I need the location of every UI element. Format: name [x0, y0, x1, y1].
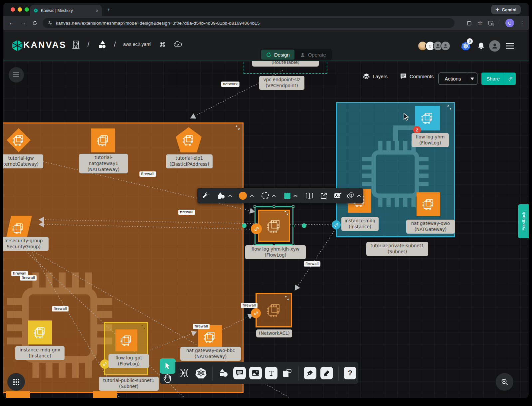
site-info-icon[interactable]: [47, 20, 53, 26]
node-elastic-ip[interactable]: [176, 127, 202, 152]
tool-freehand-draw[interactable]: [318, 367, 335, 379]
node-label-nat-gateway-qwo-bbc[interactable]: nat gateway-qwo-bbc(NATGateway): [180, 347, 241, 361]
collapse-icon[interactable]: [285, 296, 289, 300]
selection-handle[interactable]: [254, 205, 256, 208]
tab-close-icon[interactable]: ×: [96, 8, 98, 13]
tool-kubernetes[interactable]: [193, 367, 209, 379]
save-icon[interactable]: [466, 20, 472, 26]
environment-k8s-button[interactable]: 0: [461, 41, 471, 51]
node-label-flow-log-yhm[interactable]: flow log-yhm(FlowLog): [412, 133, 449, 147]
selection-handle[interactable]: [292, 225, 294, 227]
node-label-eip1[interactable]: tutorial-eip1(ElasticIPAddress): [166, 154, 213, 168]
connection-dot[interactable]: [242, 223, 247, 228]
grid-apps-button[interactable]: [7, 373, 25, 391]
new-tab-button[interactable]: +: [107, 7, 110, 13]
node-label-network-acl[interactable]: (NetworkACL): [256, 329, 292, 337]
open-in-new-button[interactable]: [317, 192, 331, 199]
node-flow-log-gpt[interactable]: [115, 329, 137, 351]
add-image-button[interactable]: [331, 192, 345, 199]
organization-icon[interactable]: [72, 39, 80, 49]
fill-color-button[interactable]: [235, 192, 258, 200]
tab-design[interactable]: Design: [261, 50, 294, 60]
canvas-menu-button[interactable]: [9, 67, 24, 83]
node-label-natgateway1[interactable]: tutorial-natgateway1(NATGateway): [79, 154, 128, 173]
link-badge[interactable]: [100, 359, 109, 369]
link-badge[interactable]: [332, 220, 341, 229]
node-label-nat-gateway-qwo[interactable]: nat gateway-qwo(NATGateway): [406, 220, 455, 234]
node-label-igw[interactable]: tutorial-igwternetGateway): [3, 154, 43, 168]
node-internet-gateway[interactable]: [7, 128, 31, 152]
node-partial[interactable]: [93, 391, 117, 398]
kanvas-logo[interactable]: [11, 39, 23, 52]
tool-pan-hand[interactable]: [163, 373, 172, 383]
feedback-tab[interactable]: Feedback: [518, 204, 529, 238]
node-label-flow-log-gpt[interactable]: flow log-gpt(FlowLog): [108, 354, 149, 368]
browser-profile-avatar[interactable]: C: [505, 19, 514, 27]
node-label-private-subnet[interactable]: tutorial-private-subnet1(Subnet): [366, 242, 428, 256]
link-badge[interactable]: [251, 308, 261, 318]
tool-media[interactable]: [248, 367, 264, 379]
gemini-button[interactable]: ✦ Gemini: [491, 5, 521, 14]
layers-button[interactable]: Layers: [363, 73, 388, 80]
tools-wrench-button[interactable]: [197, 192, 214, 199]
actions-button[interactable]: Actions: [439, 73, 477, 85]
actions-dropdown-arrow[interactable]: [467, 78, 477, 80]
app-menu-icon[interactable]: [506, 43, 514, 49]
tool-edge-pen[interactable]: [302, 367, 318, 379]
window-close-button[interactable]: [11, 7, 15, 12]
command-icon[interactable]: [159, 41, 166, 48]
selection-handle[interactable]: [292, 205, 294, 208]
url-field[interactable]: kanvas.new/extension/meshmap?mode=design…: [43, 18, 454, 28]
node-label-instance-mdq[interactable]: instance-mdq(Instance): [341, 217, 379, 231]
browser-tab[interactable]: Kanvas | Meshery ×: [30, 5, 102, 16]
tool-select-cursor[interactable]: [160, 358, 176, 374]
tool-help[interactable]: ?: [342, 367, 358, 379]
window-minimize-button[interactable]: [18, 7, 22, 12]
share-link-icon[interactable]: [505, 76, 516, 81]
tool-text[interactable]: [264, 367, 279, 379]
collapse-icon[interactable]: [284, 211, 288, 215]
node-label-routetable[interactable]: (RouteTable): [252, 61, 319, 67]
node-nat-gateway-1[interactable]: [91, 128, 115, 152]
shapes-icon[interactable]: [97, 39, 107, 49]
reload-icon[interactable]: [32, 20, 38, 26]
rename-button[interactable]: [302, 193, 317, 199]
zoom-button[interactable]: [496, 373, 513, 391]
group-style-button[interactable]: [345, 192, 363, 199]
shape-fill-button[interactable]: [280, 193, 302, 199]
border-style-button[interactable]: [258, 192, 280, 199]
share-button[interactable]: Share: [481, 73, 516, 85]
user-avatar[interactable]: [489, 40, 500, 52]
cloud-sync-icon[interactable]: [173, 41, 183, 48]
node-partial[interactable]: [6, 391, 30, 398]
node-nat-gateway-qwo[interactable]: [417, 192, 440, 216]
notifications-bell-icon[interactable]: [477, 42, 485, 50]
bookmark-star-icon[interactable]: ☆: [477, 19, 483, 27]
reading-mode-icon[interactable]: [488, 20, 494, 26]
tab-operate[interactable]: Operate: [295, 50, 331, 60]
window-zoom-button[interactable]: [25, 7, 29, 12]
tool-shapes[interactable]: [216, 368, 232, 378]
design-canvas[interactable]: (RouteTable) vpc endpoint-slz(VPCEndpoin…: [3, 61, 529, 398]
browser-menu-icon[interactable]: ⋮: [519, 20, 525, 26]
node-instance-mdq-gnx[interactable]: [28, 320, 52, 344]
kanvas-wordmark[interactable]: KANVAS: [23, 40, 67, 50]
link-badge[interactable]: [251, 223, 262, 234]
collapse-icon[interactable]: [141, 325, 145, 329]
tool-comment[interactable]: [232, 367, 248, 379]
back-icon[interactable]: ←: [8, 20, 15, 26]
design-file-name[interactable]: aws ec2.yaml: [123, 42, 151, 47]
node-label-vpc-endpoint[interactable]: vpc endpoint-slz(VPCEndpoint): [259, 76, 304, 90]
tool-sticky-note[interactable]: [279, 369, 295, 377]
connection-dot[interactable]: [302, 223, 306, 228]
node-label-security-group[interactable]: al-security-groupSecurityGroup): [3, 237, 49, 251]
forward-icon[interactable]: →: [20, 20, 27, 26]
comments-button[interactable]: Comments: [400, 73, 434, 80]
collaborator-avatars[interactable]: [418, 41, 450, 51]
tool-components[interactable]: [175, 368, 193, 378]
collaborator-avatar[interactable]: [441, 41, 450, 51]
node-label-public-subnet[interactable]: tutorial-public-subnet1(Subnet): [99, 377, 159, 391]
shapes-menu-button[interactable]: [214, 192, 236, 200]
node-label-instance-mdq-gnx[interactable]: instance-mdq-gnx(Instance): [15, 346, 65, 360]
node-label-flow-log-selected[interactable]: flow log-yhm-kjh-xyw(FlowLog): [245, 245, 306, 259]
